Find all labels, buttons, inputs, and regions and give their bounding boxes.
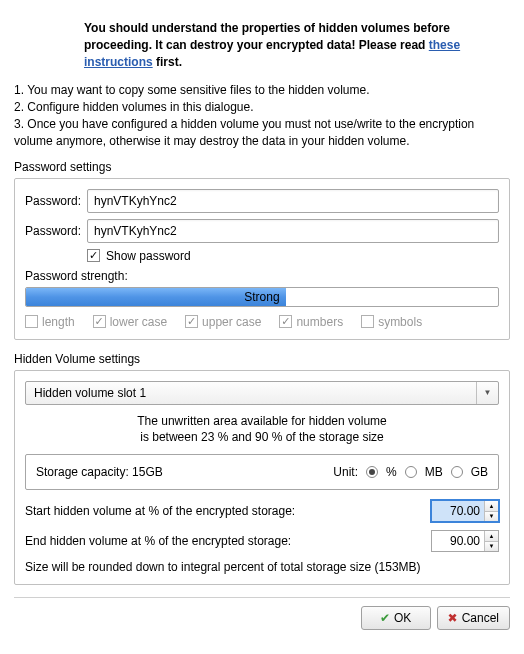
chevron-down-icon: ▼: [476, 382, 498, 404]
unit-gb-label: GB: [471, 465, 488, 479]
storage-box: Storage capacity: 15GB Unit: % MB GB: [25, 454, 499, 490]
criteria-length-label: length: [42, 315, 75, 329]
instruction-1: 1. You may want to copy some sensitive f…: [14, 82, 510, 99]
footer: ✔ OK ✖ Cancel: [14, 597, 510, 630]
criteria-numbers-checkbox: [279, 315, 292, 328]
hidden-info-line1: The unwritten area available for hidden …: [25, 413, 499, 430]
start-spin-up[interactable]: ▲: [485, 501, 498, 511]
slot-select[interactable]: Hidden volume slot 1 ▼: [25, 381, 499, 405]
size-note: Size will be rounded down to integral pe…: [25, 560, 499, 574]
storage-capacity-label: Storage capacity: 15GB: [36, 465, 163, 479]
start-percent-spinner[interactable]: ▲ ▼: [431, 500, 499, 522]
criteria-symbols-checkbox: [361, 315, 374, 328]
instruction-2: 2. Configure hidden volumes in this dial…: [14, 99, 510, 116]
unit-percent-radio[interactable]: [366, 466, 378, 478]
unit-mb-radio[interactable]: [405, 466, 417, 478]
end-percent-input[interactable]: [432, 531, 484, 551]
end-percent-spinner[interactable]: ▲ ▼: [431, 530, 499, 552]
password-section-label: Password settings: [14, 160, 510, 174]
cancel-button[interactable]: ✖ Cancel: [437, 606, 510, 630]
hidden-group: Hidden volume slot 1 ▼ The unwritten are…: [14, 370, 510, 586]
intro-text-1: You should understand the properties of …: [84, 21, 450, 52]
criteria-symbols-label: symbols: [378, 315, 422, 329]
instructions-block: 1. You may want to copy some sensitive f…: [14, 82, 510, 149]
criteria-length-checkbox: [25, 315, 38, 328]
show-password-label: Show password: [106, 249, 191, 263]
criteria-lower-label: lower case: [110, 315, 167, 329]
close-icon: ✖: [448, 611, 458, 625]
cancel-label: Cancel: [462, 611, 499, 625]
unit-mb-label: MB: [425, 465, 443, 479]
criteria-numbers-label: numbers: [296, 315, 343, 329]
unit-percent-label: %: [386, 465, 397, 479]
start-percent-label: Start hidden volume at % of the encrypte…: [25, 504, 295, 518]
password-strength-text: Strong: [244, 290, 279, 304]
intro-text-2: first.: [153, 55, 182, 69]
start-spin-down[interactable]: ▼: [485, 511, 498, 522]
check-icon: ✔: [380, 611, 390, 625]
end-spin-down[interactable]: ▼: [485, 541, 498, 552]
unit-label: Unit:: [333, 465, 358, 479]
ok-label: OK: [394, 611, 411, 625]
hidden-info-line2: is between 23 % and 90 % of the storage …: [25, 429, 499, 446]
password-label-1: Password:: [25, 194, 87, 208]
hidden-info: The unwritten area available for hidden …: [25, 413, 499, 447]
slot-select-value: Hidden volume slot 1: [34, 386, 146, 400]
instruction-3: 3. Once you have configured a hidden vol…: [14, 116, 510, 150]
password-strength-label: Password strength:: [25, 269, 499, 283]
show-password-checkbox[interactable]: [87, 249, 100, 262]
hidden-section-label: Hidden Volume settings: [14, 352, 510, 366]
password-input-2[interactable]: [87, 219, 499, 243]
ok-button[interactable]: ✔ OK: [361, 606, 431, 630]
criteria-lower-checkbox: [93, 315, 106, 328]
criteria-upper-label: upper case: [202, 315, 261, 329]
unit-gb-radio[interactable]: [451, 466, 463, 478]
password-label-2: Password:: [25, 224, 87, 238]
end-spin-up[interactable]: ▲: [485, 531, 498, 541]
password-strength-fill: Strong: [26, 288, 286, 306]
password-group: Password: Password: Show password Passwo…: [14, 178, 510, 340]
criteria-upper-checkbox: [185, 315, 198, 328]
start-percent-input[interactable]: [432, 501, 484, 521]
password-strength-bar: Strong: [25, 287, 499, 307]
password-input-1[interactable]: [87, 189, 499, 213]
end-percent-label: End hidden volume at % of the encrypted …: [25, 534, 291, 548]
intro-warning: You should understand the properties of …: [84, 20, 484, 70]
criteria-row: length lower case upper case numbers sym…: [25, 315, 499, 329]
